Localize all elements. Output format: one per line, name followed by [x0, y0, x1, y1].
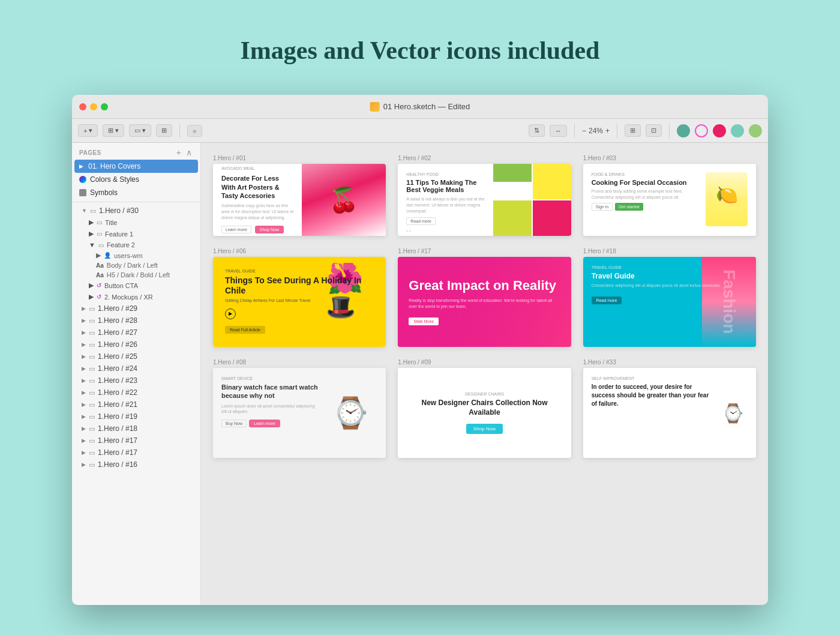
close-button[interactable]	[79, 103, 86, 110]
collapse-pages-button[interactable]: ∧	[185, 148, 193, 157]
sign-in-btn[interactable]: Sign in	[592, 203, 613, 211]
shop-btn[interactable]: Shop Now	[255, 226, 284, 233]
hero-18-content: TRAVEL GUIDE Travel Guide Consectetur ad…	[583, 257, 756, 347]
zoom-minus[interactable]: −	[582, 127, 586, 135]
fit-button[interactable]: ⊞	[625, 124, 641, 137]
learn-more-btn[interactable]: Learn more	[221, 226, 251, 233]
buy-now-btn[interactable]: Buy Now	[221, 420, 247, 427]
fill-btn[interactable]	[677, 124, 690, 137]
view-button[interactable]: ⊞ ▾	[103, 124, 124, 137]
sub-item-feature1[interactable]: ▶ ▭ Feature 1	[72, 228, 200, 239]
tree-item-hero-19[interactable]: ▶ ▭ 1.Hero / #19	[72, 411, 200, 423]
tree-item-hero-24[interactable]: ▶ ▭ 1.Hero / #24	[72, 363, 200, 375]
hero-02-title: 11 Tips To Making The Best Veggie Meals	[406, 179, 484, 193]
card-01[interactable]: AVOCADO MEAL Decorate For Less With Art …	[213, 164, 386, 236]
card-18[interactable]: TRAVEL GUIDE Travel Guide Consectetur ad…	[583, 257, 756, 347]
sub-sub-users-wm[interactable]: ▶ 👤 users-wm	[72, 250, 200, 260]
zoom-control[interactable]: − 24% +	[582, 127, 610, 135]
fruit-emoji: 🍋	[706, 184, 748, 205]
card-02[interactable]: HEALTHY FOOD 11 Tips To Making The Best …	[398, 164, 571, 236]
group-icon: ▭	[97, 219, 102, 226]
card-17[interactable]: Great Impact on Reality Reality is stop …	[398, 257, 571, 347]
expand-arrow: ▶	[82, 330, 86, 336]
monitor-icon: ▭	[89, 389, 95, 397]
hero-02-desc: A salad is not always a dish you eat at …	[406, 196, 484, 214]
tree-item-label: 1.Hero / #23	[98, 376, 137, 385]
label: Body / Dark / Left	[107, 262, 158, 269]
sidebar-item-colors-styles[interactable]: Colors & Styles	[72, 173, 200, 186]
canvas-button[interactable]: ▭ ▾	[129, 124, 151, 137]
shadow-btn[interactable]	[713, 124, 726, 137]
get-started-btn[interactable]: Get started	[615, 203, 643, 211]
read-more-btn[interactable]: Read more	[592, 296, 622, 304]
veggie-img-3	[493, 200, 532, 236]
card-03-container: 1.Hero / #03 FOOD & DRINKS Cooking For S…	[583, 155, 756, 236]
sidebar-item-symbols[interactable]: Symbols	[72, 186, 200, 199]
maximize-button[interactable]	[101, 103, 108, 110]
tree-item-hero-29[interactable]: ▶ ▭ 1.Hero / #29	[72, 302, 200, 314]
tree-item-hero-30[interactable]: ▼ ▭ 1.Hero / #30	[72, 205, 200, 217]
slide-btn[interactable]: Slide More	[409, 318, 438, 325]
tree-item-hero-28[interactable]: ▶ ▭ 1.Hero / #28	[72, 314, 200, 327]
sub-item-label: 2. Mockups / XR	[104, 293, 153, 301]
hero-18-desc: Consectetur adipiscing elit ut aliquam p…	[592, 283, 748, 289]
tree-item-hero-26[interactable]: ▶ ▭ 1.Hero / #26	[72, 339, 200, 351]
arrow-icon: ▶	[89, 218, 94, 226]
separator-2	[574, 124, 575, 138]
distribute-button[interactable]: ↔	[550, 125, 567, 137]
tree-item-hero-27[interactable]: ▶ ▭ 1.Hero / #27	[72, 327, 200, 339]
sub-sub-body-dark[interactable]: Aa Body / Dark / Left	[72, 260, 200, 270]
more-btn[interactable]	[749, 124, 762, 137]
hero-02-left: HEALTHY FOOD 11 Tips To Making The Best …	[398, 164, 493, 236]
monitor-icon: ▭	[89, 449, 95, 457]
text-style-btn[interactable]	[731, 124, 744, 137]
window-title: 01 Hero.sketch — Edited	[383, 102, 470, 111]
hero-33-tag: SELF IMPROVEMENT	[592, 376, 713, 381]
tree-item-hero-25[interactable]: ▶ ▭ 1.Hero / #25	[72, 351, 200, 363]
monitor-icon: ▭	[89, 353, 95, 361]
tree-item-hero-23[interactable]: ▶ ▭ 1.Hero / #23	[72, 375, 200, 387]
veggie-img-2	[533, 164, 571, 199]
expand-arrow: ▶	[82, 354, 86, 360]
tree-item-hero-17b[interactable]: ▶ ▭ 1.Hero / #17	[72, 447, 200, 459]
sub-item-button-cta[interactable]: ▶ ↺ Button CTA	[72, 280, 200, 291]
hero-01-tag: AVOCADO MEAL	[221, 166, 293, 170]
learn-more-btn-08[interactable]: Learn more	[249, 420, 280, 427]
grid-button[interactable]: ⊞	[156, 124, 172, 137]
tree-item-hero-16[interactable]: ▶ ▭ 1.Hero / #16	[72, 459, 200, 471]
card-08[interactable]: SMART DEVICE Binary watch face smart wat…	[213, 368, 386, 458]
card-09[interactable]: DESIGNER CHAIRS New Designer Chairs Coll…	[398, 368, 571, 458]
pixel-button[interactable]: ⊡	[646, 124, 662, 137]
sidebar-item-hero-covers[interactable]: ▶ 01. Hero Covers	[74, 160, 198, 173]
minimize-button[interactable]	[90, 103, 97, 110]
tree-item-label: 1.Hero / #22	[98, 388, 137, 397]
add-page-button[interactable]: +	[175, 148, 182, 157]
inspect-button[interactable]: ⟐	[187, 125, 202, 137]
shop-now-btn[interactable]: Shop Now	[466, 424, 503, 434]
add-button[interactable]: + ▾	[78, 124, 98, 137]
read-btn[interactable]: Read more	[406, 217, 436, 225]
tree-item-label: 1.Hero / #21	[98, 400, 137, 409]
border-btn[interactable]	[695, 124, 708, 137]
sub-item-feature2[interactable]: ▼ ▭ Feature 2	[72, 239, 200, 250]
tree-item-hero-18[interactable]: ▶ ▭ 1.Hero / #18	[72, 423, 200, 435]
card-18-label: 1.Hero / #18	[583, 248, 756, 254]
card-03[interactable]: FOOD & DRINKS Cooking For Special Occasi…	[583, 164, 756, 236]
tree-item-hero-22[interactable]: ▶ ▭ 1.Hero / #22	[72, 387, 200, 399]
play-circle[interactable]: ▶	[225, 308, 236, 319]
sub-sub-h5-dark[interactable]: Aa H5 / Dark / Bold / Left	[72, 270, 200, 280]
card-06[interactable]: TRAVEL GUIDE Things To See During A Holi…	[213, 257, 386, 347]
card-33[interactable]: SELF IMPROVEMENT In order to succeed, yo…	[583, 368, 756, 458]
align-button[interactable]: ⇅	[529, 124, 545, 137]
hero-17-title: Great Impact on Reality	[409, 278, 560, 293]
hero-01-title: Decorate For Less With Art Posters & Tas…	[221, 174, 293, 200]
read-full-btn[interactable]: Read Full Article	[225, 326, 265, 334]
sub-item-title[interactable]: ▶ ▭ Title	[72, 217, 200, 228]
expand-arrow: ▶	[82, 414, 86, 420]
hero-01-desc: Subheadline copy goes here as this area …	[221, 203, 293, 220]
zoom-plus[interactable]: +	[605, 127, 610, 135]
hero-06-content: TRAVEL GUIDE Things To See During A Holi…	[213, 257, 386, 347]
tree-item-hero-17a[interactable]: ▶ ▭ 1.Hero / #17	[72, 435, 200, 447]
tree-item-hero-21[interactable]: ▶ ▭ 1.Hero / #21	[72, 399, 200, 411]
sub-item-mockups[interactable]: ▶ ↺ 2. Mockups / XR	[72, 291, 200, 302]
